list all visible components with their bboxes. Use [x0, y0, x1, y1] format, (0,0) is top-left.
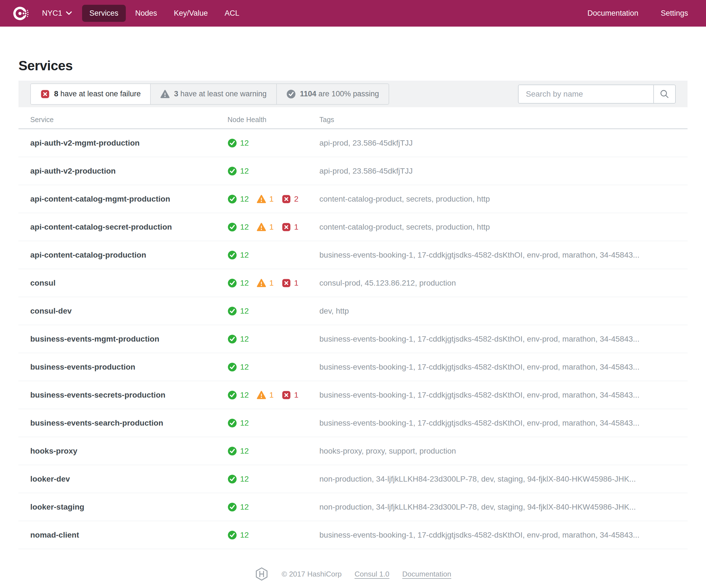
health-warning: 1 [257, 222, 274, 232]
table-row[interactable]: business-events-search-production12busin… [18, 409, 688, 437]
table-row[interactable]: api-auth-v2-mgmt-production12api-prod, 2… [18, 129, 688, 157]
health-passing: 12 [228, 166, 249, 176]
table-row[interactable]: api-content-catalog-mgmt-production1212c… [18, 185, 688, 213]
service-name[interactable]: api-content-catalog-production [30, 251, 228, 259]
service-tags: content-catalog-product, secrets, produc… [319, 195, 676, 204]
search-input[interactable] [518, 85, 653, 103]
health-passing: 12 [228, 138, 249, 148]
warning-triangle-icon [257, 390, 266, 400]
health-failing: 1 [282, 278, 299, 288]
node-health-cell: 12 [228, 530, 319, 540]
node-health-cell: 12 [228, 250, 319, 260]
check-circle-icon [228, 362, 237, 372]
filter-warning-label: have at least one warning [181, 90, 267, 98]
nav-item-settings[interactable]: Settings [653, 5, 695, 22]
nav-right: Documentation Settings [580, 5, 695, 22]
health-passing-count: 12 [240, 251, 249, 259]
table-row[interactable]: business-events-secrets-production1211bu… [18, 381, 688, 409]
table-row[interactable]: business-events-mgmt-production12busines… [18, 325, 688, 353]
filter-passing[interactable]: 1104 are 100% passing [277, 84, 389, 104]
check-circle-icon [228, 446, 237, 456]
footer-link-documentation[interactable]: Documentation [402, 570, 451, 579]
service-name[interactable]: business-events-secrets-production [30, 390, 228, 400]
chevron-down-icon [66, 11, 72, 15]
table-row[interactable]: looker-staging12non-production, 34-ljfjk… [18, 493, 688, 521]
health-passing-count: 12 [240, 363, 249, 372]
health-failing: 2 [282, 194, 299, 204]
health-passing-count: 12 [240, 474, 249, 484]
service-name[interactable]: consul [30, 279, 228, 288]
service-name[interactable]: api-content-catalog-secret-production [30, 222, 228, 232]
health-passing-count: 12 [240, 447, 249, 456]
service-tags: business-events-booking-1, 17-cddkjgtjsd… [319, 419, 676, 427]
service-name[interactable]: consul-dev [30, 306, 228, 316]
service-name[interactable]: looker-dev [30, 474, 228, 484]
service-name[interactable]: business-events-production [30, 363, 228, 372]
table-row[interactable]: looker-dev12non-production, 34-ljfjkLLKH… [18, 465, 688, 493]
health-passing: 12 [228, 194, 249, 204]
nav-item-services[interactable]: Services [82, 5, 126, 22]
health-passing: 12 [228, 222, 249, 232]
service-name[interactable]: api-auth-v2-mgmt-production [30, 138, 228, 148]
consul-logo-icon[interactable] [13, 5, 30, 22]
filter-warning-count: 3 [174, 90, 178, 98]
nav-item-nodes[interactable]: Nodes [128, 5, 164, 22]
health-warning-count: 1 [269, 390, 274, 400]
health-passing-count: 12 [240, 503, 249, 511]
service-tags: business-events-booking-1, 17-cddkjgtjsd… [319, 363, 676, 372]
node-health-cell: 12 [228, 334, 319, 344]
check-circle-icon [228, 390, 237, 400]
datacenter-dropdown[interactable]: NYC1 [42, 9, 72, 17]
x-square-icon [282, 278, 291, 288]
warning-triangle-icon [257, 278, 266, 288]
service-name[interactable]: looker-staging [30, 503, 228, 511]
filter-failure[interactable]: 8 have at least one failure [31, 84, 151, 104]
warning-triangle-icon [160, 89, 170, 99]
nav-item-keyvalue[interactable]: Key/Value [167, 5, 215, 22]
warning-triangle-icon [257, 222, 266, 232]
service-name[interactable]: business-events-mgmt-production [30, 335, 228, 343]
node-health-cell: 1211 [228, 278, 319, 288]
node-health-cell: 1212 [228, 194, 319, 204]
health-passing-count: 12 [240, 279, 249, 288]
service-tags: consul-prod, 45.123.86.212, production [319, 279, 676, 288]
service-tags: non-production, 34-ljfjkLLKH84-23d300LP-… [319, 503, 676, 511]
service-tags: business-events-booking-1, 17-cddkjgtjsd… [319, 335, 676, 343]
table-header: Service Node Health Tags [18, 111, 688, 129]
check-circle-icon [228, 530, 237, 540]
service-name[interactable]: nomad-client [30, 531, 228, 540]
service-name[interactable]: api-content-catalog-mgmt-production [30, 195, 228, 204]
check-circle-icon [228, 418, 237, 428]
health-passing: 12 [228, 334, 249, 344]
table-row[interactable]: business-events-production12business-eve… [18, 353, 688, 381]
health-failing-count: 1 [294, 279, 299, 288]
filter-warning[interactable]: 3 have at least one warning [151, 84, 276, 104]
search-button[interactable] [654, 85, 675, 103]
nav-item-documentation[interactable]: Documentation [580, 5, 646, 22]
check-circle-icon [228, 138, 237, 148]
nav-item-acl[interactable]: ACL [218, 5, 247, 22]
check-circle-icon [228, 334, 237, 344]
service-name[interactable]: api-auth-v2-production [30, 167, 228, 175]
service-tags: business-events-booking-1, 17-cddkjgtjsd… [319, 251, 676, 259]
table-row[interactable]: nomad-client12business-events-booking-1,… [18, 521, 688, 549]
filter-warning-text: 3 have at least one warning [174, 90, 266, 98]
table-row[interactable]: consul-dev12dev, http [18, 297, 688, 325]
health-warning-count: 1 [269, 195, 274, 204]
health-passing-count: 12 [240, 306, 249, 316]
service-name[interactable]: hooks-proxy [30, 447, 228, 456]
service-name[interactable]: business-events-search-production [30, 419, 228, 427]
footer-link-consul-version[interactable]: Consul 1.0 [355, 570, 389, 579]
warning-triangle-icon [257, 194, 266, 204]
health-warning-count: 1 [269, 279, 274, 288]
table-row[interactable]: api-auth-v2-production12api-prod, 23.586… [18, 157, 688, 185]
health-passing: 12 [228, 390, 249, 400]
table-row[interactable]: api-content-catalog-secret-production121… [18, 213, 688, 241]
health-passing: 12 [228, 250, 249, 260]
filter-failure-label: have at least one failure [61, 90, 141, 98]
health-warning: 1 [257, 278, 274, 288]
health-passing: 12 [228, 502, 249, 512]
table-row[interactable]: api-content-catalog-production12business… [18, 241, 688, 269]
table-row[interactable]: hooks-proxy12hooks-proxy, proxy, support… [18, 437, 688, 465]
table-row[interactable]: consul1211consul-prod, 45.123.86.212, pr… [18, 269, 688, 297]
